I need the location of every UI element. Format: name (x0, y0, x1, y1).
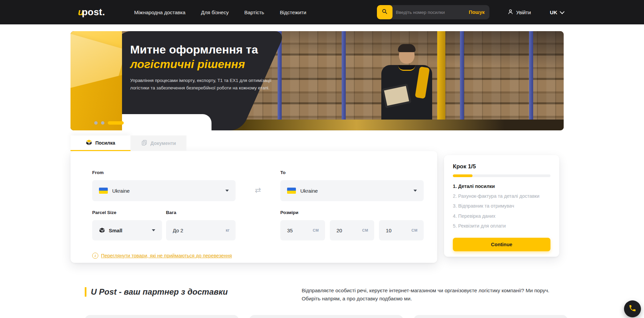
weight-unit: кг (226, 228, 229, 233)
parcel-size-value: Small (109, 228, 122, 233)
tracking-number-input[interactable] (393, 10, 469, 15)
chevron-down-icon (560, 9, 564, 14)
nav-international-delivery[interactable]: Міжнародна доставка (134, 9, 185, 15)
login-button[interactable]: Увійти (507, 8, 531, 16)
swap-column: ⇄ (236, 170, 280, 201)
parcel-box-icon (99, 227, 105, 233)
parcel-form-card: From Ukraine ⇄ To Ukraine (71, 151, 437, 263)
step-item-3: 3. Відправник та отримувач (453, 203, 550, 209)
carousel-dot[interactable] (94, 121, 98, 125)
parcel-size-select[interactable]: Small (92, 220, 162, 240)
dimension-height-box: СМ (379, 220, 424, 240)
steps-list: 1. Деталі посилки 2. Рахунок-фактура та … (453, 183, 550, 229)
ukraine-flag-icon (287, 188, 296, 194)
dimension-unit: СМ (313, 228, 319, 232)
hero-banner: Митне оформлення та логістичні рішення У… (71, 31, 564, 130)
language-selector[interactable]: UK (550, 9, 563, 15)
hero-envelope-art (71, 31, 122, 130)
section-heading: U Post - ваш партнер з доставки (85, 287, 228, 297)
dimension-unit: СМ (411, 228, 418, 232)
weight-input[interactable] (172, 227, 223, 234)
to-label: To (280, 170, 424, 175)
photo-shelf-post (342, 31, 346, 130)
from-label: From (92, 170, 236, 175)
to-country-select[interactable]: Ukraine (280, 180, 424, 201)
document-icon (141, 140, 147, 147)
caret-down-icon (152, 229, 155, 231)
shipment-type-tabs: Посилка Документи (71, 135, 186, 151)
step-item-5: 5. Реквізити для оплати (453, 223, 550, 229)
dimension-height-input[interactable] (385, 227, 409, 234)
card-stub (414, 315, 568, 318)
caret-down-icon (414, 190, 417, 192)
search-button[interactable] (377, 5, 393, 19)
parcel-size-label: Parcel Size (92, 210, 162, 215)
tracking-search-bar: Пошук (377, 5, 489, 19)
hero-bottom-notch (122, 114, 212, 130)
progress-track (453, 174, 550, 177)
dimension-length-input[interactable] (286, 227, 310, 234)
hero-title-line2: логістичні рішення (130, 57, 289, 71)
field-parcel-size: Parcel Size Small (92, 210, 162, 240)
field-from: From Ukraine (92, 170, 236, 201)
step-item-4: 4. Перевірка даних (453, 213, 550, 219)
worker-head (399, 46, 415, 64)
progress-fill (453, 174, 472, 177)
photo-shelf-post (460, 31, 464, 130)
field-to: To Ukraine (280, 170, 424, 201)
nav-pricing[interactable]: Вартість (244, 9, 264, 15)
tab-documents-label: Документи (150, 141, 176, 146)
dimension-unit: СМ (362, 228, 368, 232)
dimension-width-input[interactable] (336, 227, 360, 234)
swap-directions-icon[interactable]: ⇄ (255, 186, 261, 195)
to-country-value: Ukraine (300, 188, 318, 194)
package-icon (86, 139, 92, 147)
card-stub (249, 315, 403, 318)
from-country-value: Ukraine (112, 188, 130, 194)
card-stub (85, 315, 239, 318)
tab-documents[interactable]: Документи (130, 135, 186, 151)
step-counter: Крок 1/5 (453, 163, 550, 170)
nav-track[interactable]: Відстежити (280, 9, 306, 15)
user-icon (507, 8, 514, 16)
weight-label: Вага (166, 210, 236, 215)
login-label: Увійти (516, 9, 531, 15)
dimensions-label: Розміри (280, 210, 424, 215)
search-icon (381, 8, 388, 16)
field-weight: Вага кг (166, 210, 236, 240)
step-item-1: 1. Деталі посилки (453, 183, 550, 190)
app-header: upost. Міжнародна доставка Для бізнесу В… (0, 0, 644, 24)
caret-down-icon (225, 190, 229, 192)
ukraine-flag-icon (99, 188, 108, 194)
dimension-length-box: СМ (280, 220, 325, 240)
carousel-dots (94, 121, 124, 125)
info-icon: i (92, 253, 98, 259)
field-dimensions: Розміри СМ СМ СМ (280, 210, 424, 240)
restricted-items-link[interactable]: i Переглянути товари, які не приймаються… (92, 253, 424, 259)
tab-parcel-label: Посилка (95, 140, 115, 146)
wizard-steps-card: Крок 1/5 1. Деталі посилки 2. Рахунок-фа… (444, 155, 559, 257)
hero-text: Митне оформлення та логістичні рішення У… (130, 42, 289, 92)
phone-icon (628, 304, 637, 314)
support-phone-fab[interactable] (624, 300, 641, 317)
photo-shelf-post (529, 31, 533, 130)
bottom-cards-row (85, 315, 568, 318)
weight-input-box: кг (166, 220, 236, 240)
hero-title-line1: Митне оформлення та (130, 42, 289, 57)
step-item-2: 2. Рахунок-фактура та деталі доставки (453, 193, 550, 199)
section-description: Відправляєте особисті речі, керуєте інте… (302, 287, 565, 302)
nav-for-business[interactable]: Для бізнесу (201, 9, 229, 15)
carousel-dot-active[interactable] (108, 121, 124, 125)
logo[interactable]: upost. (78, 7, 105, 18)
language-label: UK (550, 9, 557, 15)
hero-subtitle: Управління процесами імпорту, експорту, … (130, 77, 272, 92)
size-weight-group: Parcel Size Small Вага кг (92, 210, 236, 240)
carousel-dot[interactable] (101, 121, 104, 125)
main-nav: Міжнародна доставка Для бізнесу Вартість… (134, 9, 306, 15)
section-title: U Post - ваш партнер з доставки (91, 287, 228, 297)
continue-button[interactable]: Continue (453, 238, 550, 251)
tab-parcel[interactable]: Посилка (71, 135, 130, 151)
search-submit-label[interactable]: Пошук (469, 9, 489, 15)
warehouse-worker (381, 46, 446, 124)
from-country-select[interactable]: Ukraine (92, 180, 236, 201)
